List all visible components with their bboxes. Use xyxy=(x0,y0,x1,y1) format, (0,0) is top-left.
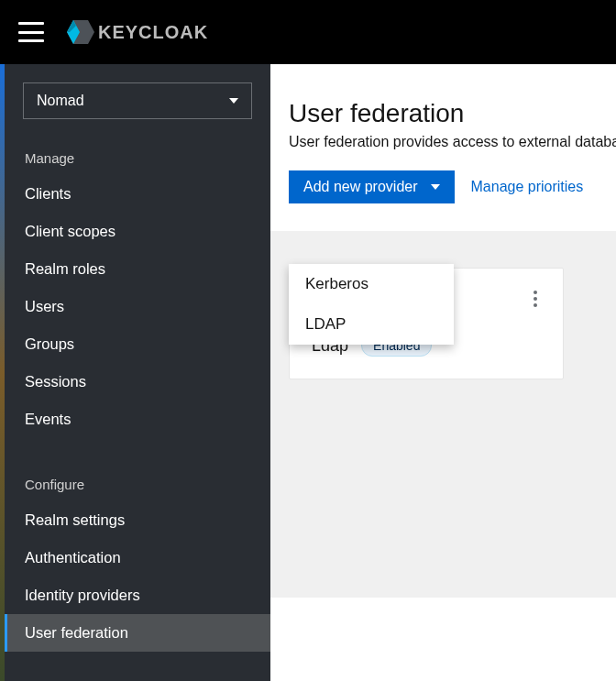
sidebar-item-sessions[interactable]: Sessions xyxy=(5,363,270,401)
topbar: KEYCLOAK xyxy=(0,0,616,64)
sidebar-item-users[interactable]: Users xyxy=(5,288,270,325)
sidebar-item-clients[interactable]: Clients xyxy=(5,175,270,213)
manage-priorities-link[interactable]: Manage priorities xyxy=(471,179,584,195)
realm-selector-label: Nomad xyxy=(37,93,84,109)
realm-selector[interactable]: Nomad xyxy=(23,82,252,119)
page-title: User federation xyxy=(289,99,616,128)
add-new-provider-label: Add new provider xyxy=(303,179,418,195)
sidebar-item-events[interactable]: Events xyxy=(5,401,270,438)
page-description: User federation provides access to exter… xyxy=(289,134,616,150)
brand-text: KEYCLOAK xyxy=(98,22,208,43)
sidebar-item-realm-settings[interactable]: Realm settings xyxy=(5,501,270,539)
sidebar: Nomad Manage Clients Client scopes Realm… xyxy=(5,64,270,681)
nav-section-manage: Manage xyxy=(5,137,270,175)
sidebar-item-groups[interactable]: Groups xyxy=(5,325,270,363)
sidebar-item-client-scopes[interactable]: Client scopes xyxy=(5,213,270,250)
toolbar: Add new provider Manage priorities xyxy=(289,170,616,203)
sidebar-item-identity-providers[interactable]: Identity providers xyxy=(5,577,270,614)
sidebar-item-realm-roles[interactable]: Realm roles xyxy=(5,250,270,288)
main-content: User federation User federation provides… xyxy=(270,64,616,681)
kebab-menu-icon[interactable] xyxy=(534,291,537,307)
dropdown-item-ldap[interactable]: LDAP xyxy=(289,304,454,345)
chevron-down-icon xyxy=(229,98,238,104)
provider-dropdown: Kerberos LDAP xyxy=(289,264,454,345)
sidebar-item-user-federation[interactable]: User federation xyxy=(5,614,270,652)
dropdown-item-kerberos[interactable]: Kerberos xyxy=(289,264,454,304)
sidebar-item-authentication[interactable]: Authentication xyxy=(5,539,270,577)
nav-section-configure: Configure xyxy=(5,464,270,501)
menu-toggle-icon[interactable] xyxy=(18,22,44,42)
brand-logo[interactable]: KEYCLOAK xyxy=(67,20,208,44)
keycloak-logo-icon xyxy=(67,20,94,44)
chevron-down-icon xyxy=(431,184,440,190)
add-new-provider-button[interactable]: Add new provider xyxy=(289,170,455,203)
